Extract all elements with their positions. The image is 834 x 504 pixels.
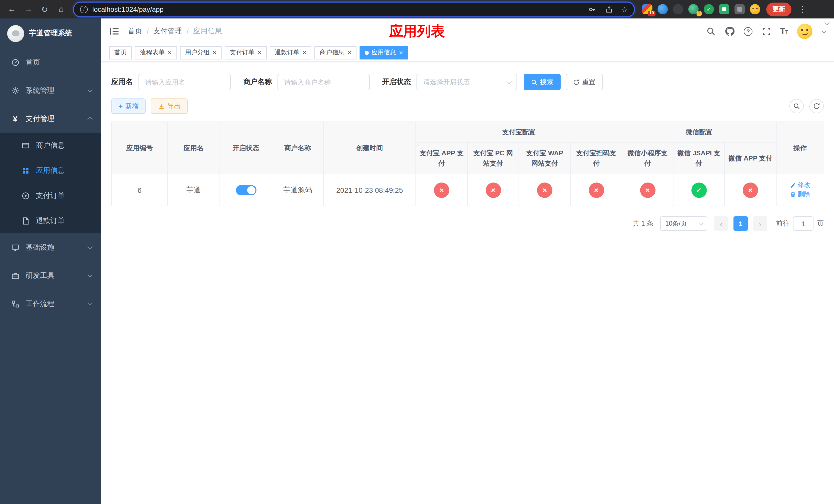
sidebar-item-infrastructure[interactable]: 基础设施 — [0, 233, 101, 261]
page-size-select[interactable]: 10条/页 — [660, 216, 707, 231]
sidebar-item-payment[interactable]: ¥ 支付管理 — [0, 105, 101, 133]
payment-submenu: 商户信息 应用信息 — [0, 133, 101, 233]
site-info-icon[interactable]: i — [80, 5, 88, 13]
page-title: 应用列表 — [389, 22, 445, 41]
app-name-input[interactable] — [138, 74, 231, 90]
wechat-mini-status-icon: × — [640, 182, 655, 198]
avatar-chevron-icon[interactable] — [821, 28, 827, 33]
extension-icon-check[interactable]: ✓ — [704, 4, 714, 14]
wechat-app-status-icon: × — [743, 182, 758, 198]
back-icon[interactable]: ← — [4, 2, 20, 17]
document-icon — [21, 216, 30, 225]
sidebar-toggle-icon[interactable] — [109, 26, 120, 37]
breadcrumb: 首页 / 支付管理 / 应用信息 — [128, 27, 222, 36]
extension-icon-dark[interactable] — [673, 4, 683, 14]
next-page-button[interactable]: › — [753, 216, 767, 231]
dashboard-icon — [11, 58, 20, 67]
sidebar-item-refund-order[interactable]: 退款订单 — [0, 208, 101, 233]
reload-icon[interactable]: ↻ — [37, 2, 52, 17]
tab-refund-order[interactable]: 退款订单 — [270, 46, 312, 59]
refresh-button[interactable] — [809, 99, 824, 113]
extension-icon-drop[interactable] — [658, 4, 668, 14]
page-number-1[interactable]: 1 — [733, 216, 748, 231]
column-header-wx-jsapi: 微信 JSAPI 支付 — [673, 142, 724, 174]
forward-icon[interactable]: → — [21, 2, 36, 17]
enabled-toggle[interactable] — [236, 185, 256, 195]
tab-user-group[interactable]: 用户分组 — [180, 46, 222, 59]
monitor-icon — [11, 243, 20, 252]
navbar-actions: ? TT — [706, 24, 826, 39]
breadcrumb-home[interactable]: 首页 — [128, 27, 142, 36]
show-search-button[interactable] — [789, 99, 804, 113]
export-button[interactable]: 导出 — [151, 98, 188, 114]
add-button[interactable]: + 新增 — [111, 98, 146, 114]
url-text[interactable]: localhost:1024/pay/app — [92, 5, 583, 13]
column-header-actions: 操作 — [776, 122, 824, 174]
cell-app-name: 芋道 — [168, 174, 220, 206]
help-icon[interactable]: ? — [744, 27, 752, 36]
alipay-app-status-icon: × — [434, 182, 449, 198]
merchant-name-input[interactable] — [278, 74, 370, 90]
browser-menu-icon[interactable]: ⋮ — [794, 4, 810, 15]
home-icon[interactable]: ⌂ — [53, 2, 69, 17]
delete-button[interactable]: 删除 — [790, 190, 810, 199]
edit-button[interactable]: 修改 — [790, 181, 810, 190]
sidebar-item-app-info[interactable]: 应用信息 — [0, 158, 101, 183]
fullscreen-icon[interactable] — [761, 26, 771, 37]
plus-icon: + — [118, 102, 123, 110]
sidebar-item-merchant-info[interactable]: 商户信息 — [0, 133, 101, 158]
github-icon[interactable] — [725, 26, 735, 37]
page-content: 应用名 商户名称 开启状态 请选择开启状态 搜索 — [101, 62, 834, 241]
tab-process-form[interactable]: 流程表单 — [135, 46, 177, 59]
screen: ← → ↻ ⌂ i localhost:1024/pay/app ☆ — [0, 0, 834, 504]
chevron-down-icon — [87, 272, 93, 277]
extension-icon-avatar[interactable]: 1 — [688, 4, 699, 14]
tab-home[interactable]: 首页 — [109, 46, 132, 59]
close-icon[interactable] — [213, 49, 216, 56]
goto-page-input[interactable] — [793, 216, 813, 231]
close-icon[interactable] — [399, 49, 403, 56]
password-key-icon[interactable] — [587, 4, 597, 14]
address-bar[interactable]: i localhost:1024/pay/app ☆ — [74, 2, 634, 16]
browser-update-button[interactable]: 更新 — [766, 2, 791, 16]
sidebar-item-home[interactable]: 首页 — [0, 48, 101, 76]
reset-button[interactable]: 重置 — [566, 74, 603, 90]
close-icon[interactable] — [348, 49, 351, 56]
close-icon[interactable] — [258, 49, 261, 56]
card-icon — [21, 141, 30, 150]
chevron-up-icon — [87, 117, 93, 122]
user-avatar[interactable] — [797, 24, 812, 39]
close-icon[interactable] — [168, 49, 172, 56]
extension-icon-chat[interactable] — [719, 4, 729, 14]
search-icon[interactable] — [706, 26, 716, 37]
app-logo[interactable]: 芋道管理系统 — [0, 19, 101, 48]
chevron-down-icon — [506, 79, 512, 84]
tab-merchant-info[interactable]: 商户信息 — [315, 46, 356, 59]
column-header-merchant: 商户名称 — [272, 122, 323, 174]
tags-view: 首页 流程表单 用户分组 支付订单 退款订单 商户信息 — [101, 44, 834, 62]
extension-icon-puzzle[interactable]: 10 — [642, 4, 653, 14]
goto-unit: 页 — [817, 219, 824, 228]
close-icon[interactable] — [303, 49, 306, 56]
sidebar-item-dev-tools[interactable]: 研发工具 — [0, 261, 101, 290]
status-select[interactable]: 请选择开启状态 — [416, 74, 517, 90]
sidebar-item-workflow[interactable]: 工作流程 — [0, 290, 101, 318]
tab-app-info[interactable]: 应用信息 — [359, 46, 408, 59]
prev-page-button[interactable]: ‹ — [714, 216, 728, 231]
search-button[interactable]: 搜索 — [524, 74, 561, 90]
column-header-alipay-wap: 支付宝 WAP 网站支付 — [519, 142, 571, 174]
sidebar-item-pay-order[interactable]: 支付订单 — [0, 183, 101, 208]
chevron-down-icon — [87, 300, 93, 305]
font-size-icon[interactable]: TT — [780, 27, 788, 36]
group-header-alipay: 支付宝配置 — [416, 122, 622, 142]
extensions-puzzle-icon[interactable] — [734, 4, 745, 14]
top-navbar: 首页 / 支付管理 / 应用信息 应用列表 — [101, 19, 834, 44]
profile-avatar-icon[interactable] — [750, 4, 760, 14]
tab-pay-order[interactable]: 支付订单 — [225, 46, 266, 59]
bookmark-star-icon[interactable]: ☆ — [621, 5, 628, 13]
share-icon[interactable] — [604, 4, 614, 14]
sidebar-item-system[interactable]: 系统管理 — [0, 76, 101, 105]
breadcrumb-payment[interactable]: 支付管理 — [153, 27, 182, 36]
cell-merchant: 芋道源码 — [272, 174, 323, 206]
column-header-status: 开启状态 — [220, 122, 272, 174]
